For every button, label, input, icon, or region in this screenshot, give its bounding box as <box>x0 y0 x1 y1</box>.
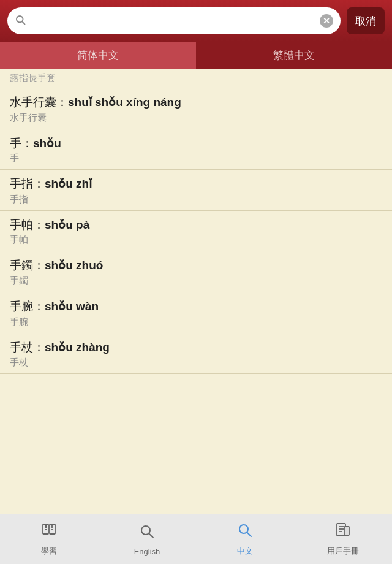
tab-bar-label-chinese: 中文 <box>237 546 253 557</box>
partial-item[interactable]: 露指長手套 <box>0 69 392 88</box>
tab-bar-item-chinese[interactable]: 中文 <box>196 514 294 564</box>
svg-rect-18 <box>344 527 349 535</box>
header: 手 ✕ 取消 <box>0 0 392 42</box>
tab-bar-item-learn[interactable]: 學習 <box>0 514 98 564</box>
book2-icon <box>334 522 352 543</box>
svg-line-11 <box>149 533 154 538</box>
tab-traditional[interactable]: 繁體中文 <box>196 42 392 69</box>
list-item[interactable]: 手腕：shǒu wàn手腕 <box>0 292 392 333</box>
book-icon <box>40 522 58 543</box>
results-list: 露指長手套 水手行囊：shuǐ shǒu xíng náng水手行囊手：shǒu… <box>0 69 392 514</box>
language-tabs: 简体中文 繁體中文 <box>0 42 392 69</box>
tab-bar-label-english: English <box>134 547 160 556</box>
cancel-button[interactable]: 取消 <box>347 7 385 34</box>
list-item[interactable]: 手帕：shǒu pà手帕 <box>0 211 392 252</box>
list-item[interactable]: 水手行囊：shuǐ shǒu xíng náng水手行囊 <box>0 88 392 129</box>
svg-line-1 <box>22 21 24 24</box>
tab-bar-label-manual: 用戶手冊 <box>327 546 359 557</box>
tab-bar-item-english[interactable]: English <box>98 514 196 564</box>
clear-button[interactable]: ✕ <box>320 14 333 28</box>
search-bar: 手 ✕ <box>7 7 341 34</box>
list-item[interactable]: 手杖：shǒu zhàng手杖 <box>0 333 392 375</box>
search-tab-icon-chinese <box>236 522 254 543</box>
search-tab-icon-english <box>138 523 156 544</box>
svg-line-13 <box>247 533 252 537</box>
tab-bar-item-manual[interactable]: 用戶手冊 <box>294 514 392 564</box>
list-item[interactable]: 手鐲：shǒu zhuó手鐲 <box>0 251 392 292</box>
list-item[interactable]: 手：shǒu手 <box>0 129 392 170</box>
list-item[interactable]: 手指：shǒu zhǐ手指 <box>0 170 392 211</box>
search-input[interactable]: 手 <box>31 13 320 29</box>
tab-bar: 學習 English 中文 用戶手冊 <box>0 514 392 564</box>
tab-simplified[interactable]: 简体中文 <box>0 42 196 69</box>
tab-bar-label-learn: 學習 <box>41 546 57 557</box>
search-icon <box>15 14 26 28</box>
